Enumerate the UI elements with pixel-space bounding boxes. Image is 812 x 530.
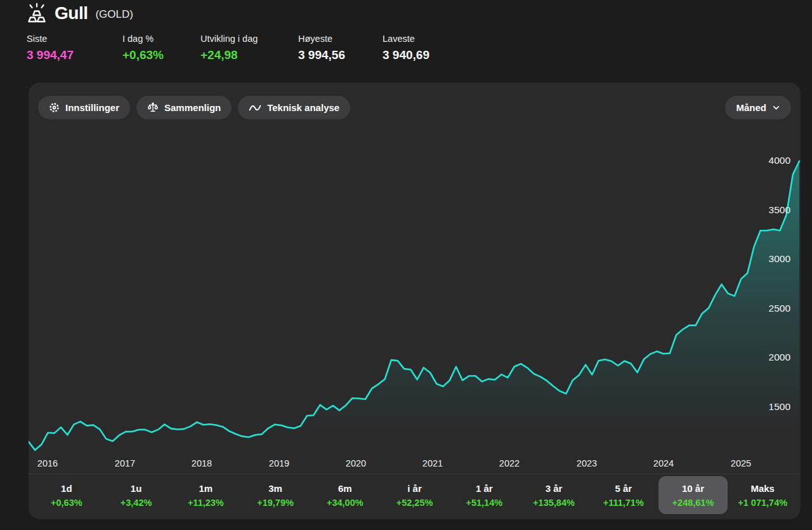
key-stats-row: Siste 3 994,47 I dag % +0,63% Utvikling … <box>27 34 447 62</box>
range-label: 5 år <box>615 483 632 494</box>
range-change: +135,84% <box>533 498 575 508</box>
x-axis-tick: 2021 <box>414 458 452 468</box>
stat-value-last-price: 3 994,47 <box>27 48 105 62</box>
technical-analysis-button-label: Teknisk analyse <box>267 102 339 113</box>
range-button-1u[interactable]: 1u +3,42% <box>102 476 171 514</box>
range-button-3m[interactable]: 3m +19,79% <box>240 476 310 514</box>
stat-value-high: 3 994,56 <box>298 48 365 62</box>
wave-line-icon <box>249 103 261 113</box>
x-axis-tick: 2018 <box>183 458 221 468</box>
range-change: +34,00% <box>327 498 363 508</box>
range-change: +1 071,74% <box>738 498 787 508</box>
range-change: +3,42% <box>121 498 152 508</box>
range-button-10ar[interactable]: 10 år +248,61% <box>658 476 728 514</box>
x-axis-tick: 2017 <box>106 458 144 468</box>
stat-laveste: Laveste 3 940,69 <box>383 34 429 62</box>
range-change: +248,61% <box>672 498 714 508</box>
stat-label: Høyeste <box>298 34 365 44</box>
x-axis-tick: 2020 <box>337 458 375 468</box>
interval-dropdown[interactable]: Måned <box>725 96 791 119</box>
x-axis-tick: 2023 <box>568 458 606 468</box>
range-button-5ar[interactable]: 5 år +111,71% <box>589 476 658 514</box>
range-button-1d[interactable]: 1d +0,63% <box>32 476 102 514</box>
range-label: 6m <box>338 483 352 494</box>
instrument-header: Gull (GOLD) <box>25 3 133 24</box>
range-label: 1m <box>199 483 213 494</box>
stat-label: Siste <box>27 34 105 44</box>
range-change: +0,63% <box>51 498 82 508</box>
x-axis-tick: 2025 <box>722 458 760 468</box>
x-axis-tick: 2016 <box>29 458 67 468</box>
settings-button-label: Innstillinger <box>65 102 119 113</box>
stat-siste: Siste 3 994,47 <box>27 34 105 62</box>
compare-button[interactable]: Sammenlign <box>136 96 232 119</box>
range-label: 3 år <box>546 483 563 494</box>
y-axis-tick: 1500 <box>746 401 790 413</box>
x-axis-tick: 2024 <box>645 458 683 468</box>
y-axis-tick: 2000 <box>746 352 790 363</box>
stat-value-low: 3 940,69 <box>383 48 429 62</box>
range-label: 1d <box>61 483 72 494</box>
y-axis-tick: 4000 <box>746 155 790 166</box>
stat-label: I dag % <box>122 34 183 44</box>
scales-icon <box>147 102 159 114</box>
range-change: +111,71% <box>603 498 644 508</box>
x-axis-tick: 2022 <box>490 458 528 468</box>
price-area-fill <box>29 161 799 473</box>
y-axis-tick: 3000 <box>746 253 790 265</box>
range-label: i år <box>407 483 422 494</box>
interval-dropdown-value: Måned <box>736 102 766 113</box>
range-change: +52,25% <box>396 498 433 508</box>
stat-label: Utvikling i dag <box>200 34 280 44</box>
gold-bars-icon <box>25 3 48 24</box>
chart-panel: Innstillinger Sammenlign Teknisk analyse… <box>29 83 801 519</box>
y-axis-tick: 2500 <box>746 303 790 314</box>
range-selector: 1d +0,63% 1u +3,42% 1m +11,23% 3m +19,79… <box>32 476 797 514</box>
range-change: +19,79% <box>257 498 294 508</box>
range-label: 3m <box>268 483 282 494</box>
range-label: 1 år <box>476 483 493 494</box>
range-change: +11,23% <box>188 498 224 508</box>
y-axis-tick: 3500 <box>746 204 790 216</box>
ranges-divider <box>29 474 801 474</box>
ticker-label: (GOLD) <box>95 8 133 21</box>
gear-icon <box>49 102 60 113</box>
range-label: 1u <box>131 483 142 494</box>
compare-button-label: Sammenlign <box>164 102 221 113</box>
settings-button[interactable]: Innstillinger <box>38 96 130 119</box>
stat-value-day-change-pct: +0,63% <box>122 48 183 62</box>
stat-utvikling: Utvikling i dag +24,98 <box>200 34 280 62</box>
price-chart[interactable] <box>29 127 801 473</box>
chevron-down-icon <box>772 103 780 112</box>
range-button-iar[interactable]: i år +52,25% <box>380 476 450 514</box>
range-button-maks[interactable]: Maks +1 071,74% <box>728 476 797 514</box>
range-change: +51,14% <box>466 498 502 508</box>
page-title: Gull <box>55 3 88 23</box>
technical-analysis-button[interactable]: Teknisk analyse <box>238 96 350 119</box>
range-button-6m[interactable]: 6m +34,00% <box>310 476 380 514</box>
range-label: Maks <box>750 483 775 494</box>
range-label: 10 år <box>682 483 704 494</box>
stat-value-day-change: +24,98 <box>200 48 280 62</box>
stat-idag-pct: I dag % +0,63% <box>122 34 183 62</box>
chart-toolbar: Innstillinger Sammenlign Teknisk analyse <box>38 96 350 119</box>
range-button-1ar[interactable]: 1 år +51,14% <box>449 476 519 514</box>
range-button-3ar[interactable]: 3 år +135,84% <box>519 476 589 514</box>
range-button-1m[interactable]: 1m +11,23% <box>171 476 240 514</box>
x-axis-tick: 2019 <box>260 458 298 468</box>
stat-label: Laveste <box>383 34 429 44</box>
stat-hoyeste: Høyeste 3 994,56 <box>298 34 365 62</box>
